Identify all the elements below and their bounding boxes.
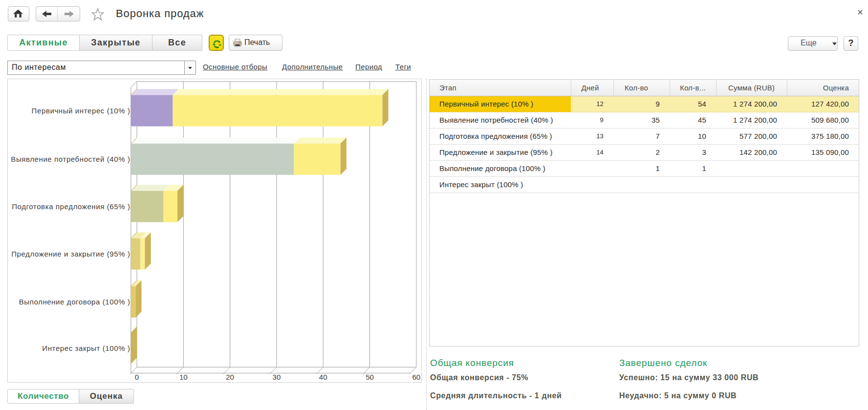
svg-text:Первичный интерес (10% ): Первичный интерес (10% ) (32, 107, 130, 115)
svg-text:50: 50 (366, 373, 374, 381)
svg-text:Интерес закрыт (100% ): Интерес закрыт (100% ) (42, 344, 130, 352)
svg-text:20: 20 (226, 373, 234, 381)
svg-text:60: 60 (412, 373, 420, 381)
svg-text:Выполнение договора (100% ): Выполнение договора (100% ) (19, 298, 130, 306)
svg-text:30: 30 (273, 373, 281, 381)
svg-text:0: 0 (135, 373, 139, 381)
svg-text:Предложение и закрытие (95% ): Предложение и закрытие (95% ) (11, 250, 130, 258)
svg-text:10: 10 (179, 373, 188, 381)
svg-text:Выявление потребностей (40% ): Выявление потребностей (40% ) (11, 155, 130, 163)
svg-text:Подготовка предложения (65% ): Подготовка предложения (65% ) (12, 202, 130, 211)
svg-text:40: 40 (319, 373, 327, 381)
